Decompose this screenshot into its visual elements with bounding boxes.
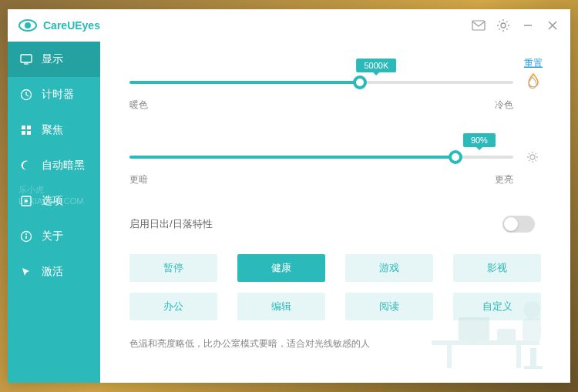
svg-rect-26 <box>524 366 543 369</box>
sidebar-item-options[interactable]: 选项 <box>8 183 100 219</box>
svg-rect-10 <box>22 131 25 135</box>
svg-point-13 <box>25 199 28 203</box>
title-left: CareUEyes <box>18 19 100 32</box>
label-brighter: 更亮 <box>495 173 513 186</box>
label-cool: 冷色 <box>495 99 513 112</box>
sidebar-item-label: 显示 <box>42 52 63 66</box>
title-actions <box>472 18 560 32</box>
app-window: CareUEyes 显示 计时器 聚焦 自动暗黑 <box>8 9 570 383</box>
slider-fill <box>129 81 360 84</box>
brightness-slider[interactable]: 90% <box>129 138 541 166</box>
mail-icon[interactable] <box>472 18 486 32</box>
grid-icon <box>20 124 32 136</box>
svg-point-17 <box>530 155 535 159</box>
brightness-labels: 更暗 更亮 <box>129 173 541 186</box>
toggle-knob <box>504 217 518 231</box>
svg-rect-2 <box>472 21 485 30</box>
sidebar-item-about[interactable]: 关于 <box>8 219 100 254</box>
gear-icon[interactable] <box>496 18 510 32</box>
sunrise-toggle-row: 启用日出/日落特性 <box>129 216 541 233</box>
options-icon <box>20 195 32 207</box>
main-content: 重置 5000K 暖色 冷色 90 <box>100 42 570 383</box>
sidebar: 显示 计时器 聚焦 自动暗黑 选项 关于 <box>8 42 100 383</box>
slider-value-badge: 5000K <box>356 59 396 72</box>
svg-rect-8 <box>22 126 25 129</box>
app-logo-icon <box>18 19 37 32</box>
slider-track <box>129 156 513 159</box>
monitor-icon <box>20 53 32 65</box>
sidebar-item-label: 聚焦 <box>42 123 63 137</box>
sidebar-item-label: 选项 <box>42 194 63 208</box>
slider-track <box>129 81 513 84</box>
sidebar-item-display[interactable]: 显示 <box>8 42 100 77</box>
sidebar-item-autodark[interactable]: 自动暗黑 <box>8 148 100 183</box>
moon-icon <box>20 159 32 172</box>
app-body: 显示 计时器 聚焦 自动暗黑 选项 关于 <box>8 42 570 383</box>
slider-thumb[interactable] <box>449 150 462 164</box>
mode-read[interactable]: 阅读 <box>345 293 433 320</box>
sidebar-item-label: 计时器 <box>42 88 74 102</box>
mode-pause[interactable]: 暂停 <box>129 254 217 282</box>
slider-fill <box>129 156 455 159</box>
mode-health[interactable]: 健康 <box>237 254 325 282</box>
svg-rect-5 <box>21 55 32 62</box>
mode-movie[interactable]: 影视 <box>453 254 541 282</box>
sidebar-item-label: 激活 <box>42 265 63 279</box>
svg-rect-9 <box>27 126 31 129</box>
temperature-labels: 暖色 冷色 <box>129 99 541 112</box>
clock-icon <box>20 89 32 101</box>
temperature-slider[interactable]: 5000K <box>129 63 541 91</box>
sidebar-item-activate[interactable]: 激活 <box>8 254 100 290</box>
minimize-icon[interactable] <box>521 18 535 32</box>
cursor-icon <box>20 266 32 278</box>
titlebar: CareUEyes <box>8 9 570 42</box>
sun-icon <box>524 151 541 163</box>
label-warm: 暖色 <box>129 99 148 112</box>
mode-description: 色温和亮度略低，比办公室模式要暗，适合对光线敏感的人 <box>129 337 541 350</box>
svg-rect-25 <box>530 348 536 367</box>
sidebar-item-timer[interactable]: 计时器 <box>8 77 100 112</box>
label-darker: 更暗 <box>129 173 148 186</box>
sunrise-toggle-label: 启用日出/日落特性 <box>129 217 213 231</box>
info-icon <box>20 230 32 243</box>
slider-value-badge: 90% <box>463 133 496 147</box>
close-icon[interactable] <box>546 18 560 32</box>
sidebar-item-focus[interactable]: 聚焦 <box>8 112 100 148</box>
svg-point-3 <box>501 23 506 28</box>
svg-point-15 <box>25 233 27 235</box>
sidebar-item-label: 关于 <box>42 230 63 243</box>
slider-thumb[interactable] <box>353 75 367 89</box>
brightness-slider-group: 90% 更暗 更亮 <box>129 138 541 186</box>
sidebar-item-label: 自动暗黑 <box>42 159 85 173</box>
mode-edit[interactable]: 编辑 <box>237 293 325 320</box>
svg-point-1 <box>25 22 31 28</box>
mode-custom[interactable]: 自定义 <box>453 293 541 320</box>
mode-game[interactable]: 游戏 <box>345 254 433 282</box>
mode-buttons: 暂停 健康 游戏 影视 办公 编辑 阅读 自定义 <box>129 254 541 320</box>
svg-rect-11 <box>27 131 31 135</box>
app-title: CareUEyes <box>43 19 100 32</box>
temperature-slider-group: 5000K 暖色 冷色 <box>129 63 541 112</box>
droplet-outline-icon <box>524 76 541 89</box>
mode-office[interactable]: 办公 <box>129 293 217 320</box>
sunrise-toggle[interactable] <box>502 216 535 233</box>
